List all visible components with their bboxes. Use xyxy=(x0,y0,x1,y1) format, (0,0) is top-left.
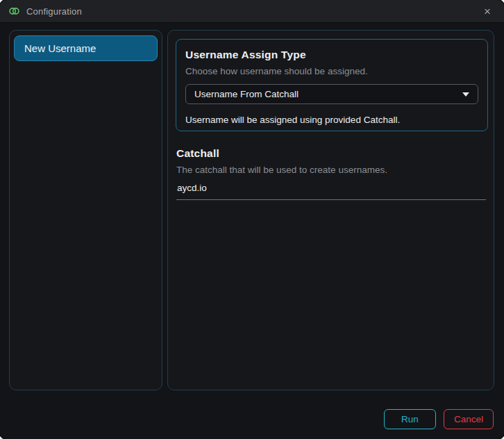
titlebar: Configuration × xyxy=(0,0,504,23)
username-assign-type-section: Username Assign Type Choose how username… xyxy=(176,39,488,131)
assign-type-title: Username Assign Type xyxy=(185,49,478,61)
aycd-logo-icon xyxy=(8,6,20,16)
close-icon[interactable]: × xyxy=(480,4,495,19)
run-button[interactable]: Run xyxy=(384,409,436,429)
assign-type-dropdown[interactable]: Username From Catchall xyxy=(185,84,478,104)
catchall-input[interactable] xyxy=(176,183,486,200)
catchall-title: Catchall xyxy=(176,147,485,160)
catchall-section: Catchall The catchall that will be used … xyxy=(176,147,485,200)
sidebar-item-new-username[interactable]: New Username xyxy=(14,35,158,61)
sidebar: New Username xyxy=(9,30,162,390)
main-panel: Username Assign Type Choose how username… xyxy=(167,30,494,390)
window-title: Configuration xyxy=(26,6,82,17)
configuration-window: Configuration × New Username Username As… xyxy=(0,0,504,439)
cancel-button[interactable]: Cancel xyxy=(444,409,494,429)
catchall-description: The catchall that will be used to create… xyxy=(176,165,485,175)
assign-type-description: Choose how username should be assigned. xyxy=(185,66,478,76)
chevron-down-icon xyxy=(462,92,469,97)
assign-type-dropdown-value: Username From Catchall xyxy=(194,89,299,99)
assign-type-note: Username will be assigned using provided… xyxy=(185,115,478,125)
